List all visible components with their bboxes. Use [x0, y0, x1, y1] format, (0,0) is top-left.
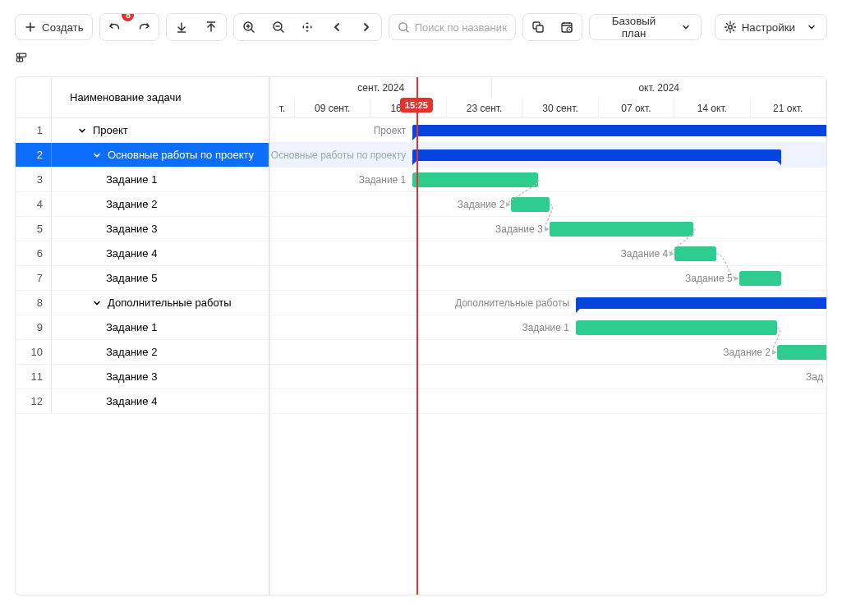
- baseline-button[interactable]: Базовый план: [589, 14, 701, 40]
- create-label: Создать: [42, 21, 84, 34]
- task-label: Основные работы по проекту: [108, 149, 254, 161]
- layers-icon[interactable]: [15, 51, 28, 64]
- day-cell: 30 сент.: [522, 98, 598, 118]
- task-row[interactable]: 3Задание 1: [16, 168, 269, 192]
- prev-button[interactable]: [322, 14, 352, 40]
- indent-icon: [205, 21, 218, 34]
- fit-button[interactable]: [292, 14, 322, 40]
- timeline-row[interactable]: Задание 1: [270, 315, 826, 340]
- task-bar[interactable]: [739, 271, 781, 286]
- undo-icon: [108, 21, 122, 34]
- search-input[interactable]: [415, 21, 507, 34]
- summary-bar[interactable]: [412, 125, 826, 136]
- row-number: 3: [16, 168, 52, 191]
- task-label: Задание 4: [106, 247, 157, 260]
- task-bar[interactable]: [511, 197, 549, 212]
- summary-bar[interactable]: [576, 297, 826, 309]
- next-button[interactable]: [352, 14, 381, 40]
- task-name-cell[interactable]: Задание 3: [52, 365, 269, 388]
- create-button[interactable]: Создать: [15, 14, 93, 40]
- zoom-group: [233, 13, 382, 41]
- timeline-row[interactable]: Задание 5: [270, 266, 826, 291]
- task-bar[interactable]: [576, 320, 777, 335]
- task-label: Задание 3: [106, 223, 157, 235]
- redo-icon: [137, 21, 150, 34]
- row-number: 11: [16, 365, 52, 388]
- undo-button[interactable]: 8: [100, 14, 130, 40]
- timeline-row[interactable]: Дополнительные работы: [270, 291, 826, 315]
- task-name-cell[interactable]: Основные работы по проекту: [52, 143, 269, 167]
- calendar-button[interactable]: [553, 14, 582, 40]
- zoom-in-button[interactable]: [234, 14, 264, 40]
- task-name-cell[interactable]: Задание 4: [52, 389, 269, 413]
- zoom-in-icon: [242, 21, 255, 34]
- task-bar[interactable]: [550, 222, 694, 237]
- svg-point-2: [306, 26, 309, 29]
- timeline-row[interactable]: Основные работы по проекту: [270, 143, 826, 168]
- task-label: Задание 5: [106, 272, 157, 284]
- task-bar[interactable]: [777, 345, 826, 360]
- layout-button[interactable]: [523, 14, 553, 40]
- layout-icon: [531, 21, 545, 34]
- baseline-label: Базовый план: [598, 15, 669, 39]
- task-name-cell[interactable]: Задание 1: [52, 315, 269, 339]
- timeline-row[interactable]: Проект: [270, 118, 826, 143]
- summary-bar[interactable]: [412, 149, 780, 161]
- task-name-cell[interactable]: Задание 3: [52, 217, 269, 241]
- timeline-row[interactable]: Задание 2: [270, 340, 826, 365]
- task-name-cell[interactable]: Задание 4: [52, 241, 269, 265]
- timeline-row[interactable]: Задание 3: [270, 217, 826, 241]
- svg-rect-9: [16, 53, 25, 57]
- zoom-out-button[interactable]: [264, 14, 293, 40]
- task-bar[interactable]: [674, 246, 716, 261]
- row-number: 7: [16, 266, 52, 290]
- search-field[interactable]: [389, 14, 516, 40]
- task-label: Задание 2: [106, 346, 157, 358]
- outdent-button[interactable]: [167, 14, 196, 40]
- outdent-icon: [175, 21, 188, 34]
- chevron-right-icon: [360, 21, 373, 34]
- settings-button[interactable]: Настройки: [715, 14, 827, 40]
- task-row[interactable]: 11Задание 3: [16, 365, 269, 389]
- task-row[interactable]: 8Дополнительные работы: [16, 291, 269, 315]
- day-cell: 09 сент.: [295, 98, 370, 118]
- bar-label: Задание 2: [458, 199, 505, 210]
- timeline-row[interactable]: Задание 3Зад: [270, 365, 826, 389]
- timeline-row[interactable]: Задание 4: [270, 241, 826, 266]
- toolbar: Создать 8: [0, 0, 842, 48]
- timeline-row[interactable]: Задание 1: [270, 168, 826, 192]
- task-name-cell[interactable]: Задание 1: [52, 168, 269, 191]
- task-row[interactable]: 4Задание 2: [16, 192, 269, 217]
- timeline-row[interactable]: Задание 2: [270, 192, 826, 217]
- chevron-left-icon: [330, 21, 343, 34]
- task-table-header: Наименование задачи: [16, 77, 269, 118]
- task-bar[interactable]: [412, 172, 538, 187]
- undo-redo-group: 8: [99, 13, 160, 41]
- task-name-cell[interactable]: Проект: [52, 118, 269, 142]
- task-label: Задание 2: [106, 198, 157, 210]
- task-name-cell[interactable]: Задание 2: [52, 192, 269, 216]
- indent-button[interactable]: [196, 14, 226, 40]
- task-label: Задание 1: [106, 173, 157, 186]
- expand-toggle[interactable]: [91, 297, 103, 309]
- task-row[interactable]: 10Задание 2: [16, 340, 269, 365]
- task-row[interactable]: 7Задание 5: [16, 266, 269, 291]
- task-row[interactable]: 2Основные работы по проекту: [16, 143, 269, 168]
- expand-toggle[interactable]: [91, 149, 103, 161]
- row-number: 2: [16, 143, 52, 167]
- task-name-cell[interactable]: Дополнительные работы: [52, 291, 269, 315]
- task-row[interactable]: 5Задание 3: [16, 217, 269, 241]
- expand-toggle[interactable]: [76, 125, 88, 136]
- task-row[interactable]: 12Задание 4: [16, 389, 269, 414]
- bar-label-right: Зад: [806, 371, 823, 383]
- task-row[interactable]: 6Задание 4: [16, 241, 269, 266]
- task-row[interactable]: 9Задание 1: [16, 315, 269, 340]
- timeline-row[interactable]: Задание 4: [270, 389, 826, 414]
- task-row[interactable]: 1Проект: [16, 118, 269, 143]
- gantt-timeline[interactable]: сент. 2024окт. 2024 т.09 сент.16 сент.23…: [270, 77, 826, 595]
- task-name-cell[interactable]: Задание 2: [52, 340, 269, 364]
- month-cell: сент. 2024: [270, 77, 492, 98]
- task-name-cell[interactable]: Задание 5: [52, 266, 269, 290]
- timeline-body[interactable]: ПроектОсновные работы по проектуЗадание …: [270, 118, 826, 414]
- redo-button[interactable]: [129, 14, 159, 40]
